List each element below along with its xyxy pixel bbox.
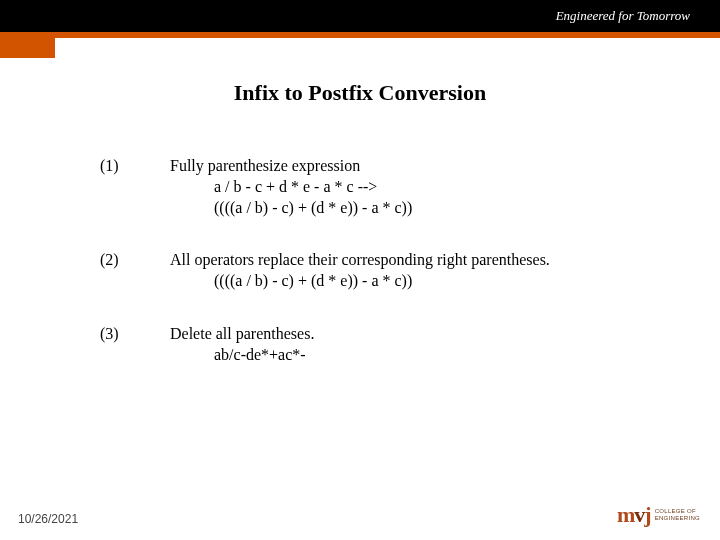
step-line: Fully parenthesize expression [170,156,412,177]
step-number: (3) [100,324,170,366]
step-body: All operators replace their correspondin… [170,250,550,292]
step-line: Delete all parentheses. [170,324,314,345]
tagline: Engineered for Tomorrow [556,8,690,24]
footer-date: 10/26/2021 [18,512,78,526]
logo-text: COLLEGE OF ENGINEERING [655,508,700,521]
step-number: (2) [100,250,170,292]
logo-mark: mvj [617,502,651,528]
step-row: (3) Delete all parentheses. ab/c-de*+ac*… [100,324,660,366]
logo-text-line: COLLEGE OF [655,508,700,515]
page-title: Infix to Postfix Conversion [0,80,720,106]
top-black-bar: Engineered for Tomorrow [0,0,720,32]
step-line: ((((a / b) - c) + (d * e)) - a * c)) [170,271,550,292]
orange-bar [0,32,720,38]
step-row: (1) Fully parenthesize expression a / b … [100,156,660,218]
step-line: All operators replace their correspondin… [170,250,550,271]
footer-logo: mvj COLLEGE OF ENGINEERING [617,502,700,528]
orange-notch [0,38,55,58]
step-body: Delete all parentheses. ab/c-de*+ac*- [170,324,314,366]
logo-text-line: ENGINEERING [655,515,700,522]
step-line: ((((a / b) - c) + (d * e)) - a * c)) [170,198,412,219]
step-line: a / b - c + d * e - a * c --> [170,177,412,198]
step-number: (1) [100,156,170,218]
step-line: ab/c-de*+ac*- [170,345,314,366]
step-body: Fully parenthesize expression a / b - c … [170,156,412,218]
content-area: (1) Fully parenthesize expression a / b … [0,106,720,366]
step-row: (2) All operators replace their correspo… [100,250,660,292]
